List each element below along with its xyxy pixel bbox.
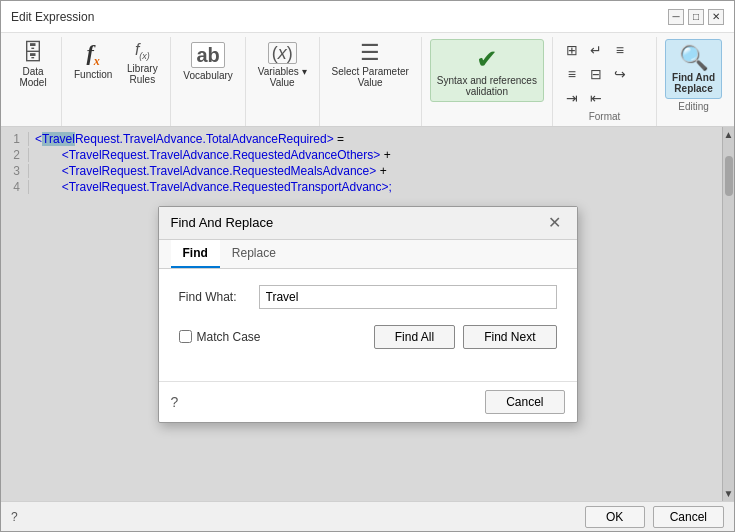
cancel-button[interactable]: Cancel [485,390,564,414]
window-title: Edit Expression [11,10,94,24]
close-button[interactable]: ✕ [708,9,724,25]
format-small-buttons: ⊞ ↵ ≡ ≡ ⊟ ↪ ⇥ ⇤ [561,39,648,109]
title-controls: ─ □ ✕ [668,9,724,25]
ribbon-group-find-replace: 🔍 Find AndReplace Editing [657,37,730,126]
format-btn-1[interactable]: ⊞ [561,39,583,61]
data-model-button[interactable]: 🗄 DataModel [13,39,53,91]
library-icon: f(x) [135,42,150,61]
ribbon-group-format: ⊞ ↵ ≡ ≡ ⊟ ↪ ⇥ ⇤ Format [553,37,657,126]
ribbon-group-find-replace-content: 🔍 Find AndReplace [665,39,722,99]
variables-button[interactable]: (x) Variables ▾Value [254,39,311,91]
dialog-tabs: Find Replace [159,240,577,269]
match-case-checkbox[interactable] [179,330,192,343]
dialog-title-bar: Find And Replace ✕ [159,207,577,240]
find-what-label: Find What: [179,290,259,304]
dialog-options: Match Case Find All Find Next [179,325,557,349]
format-btn-8[interactable]: ⇤ [585,87,607,109]
ribbon-group-function-content: fx Function f(x) LibraryRules [70,39,162,88]
code-container: 1 <TravelRequest.TravelAdvance.TotalAdva… [1,127,734,501]
ribbon-group-format-content: ⊞ ↵ ≡ ≡ ⊟ ↪ ⇥ ⇤ [561,39,648,109]
find-what-input[interactable] [259,285,557,309]
format-btn-6[interactable]: ↪ [609,63,631,85]
vocabulary-icon: ab [191,42,224,68]
main-window: Edit Expression ─ □ ✕ 🗄 DataModel [0,0,735,532]
title-bar: Edit Expression ─ □ ✕ [1,1,734,33]
dialog-buttons: Find All Find Next [374,325,557,349]
format-group-label: Format [589,111,621,124]
vocabulary-button[interactable]: ab Vocabulary [179,39,236,84]
modal-overlay: Find And Replace ✕ Find Replace Find Wha… [1,127,734,501]
find-replace-button[interactable]: 🔍 Find AndReplace [665,39,722,99]
dialog-tab-replace[interactable]: Replace [220,240,288,268]
find-replace-dialog: Find And Replace ✕ Find Replace Find Wha… [158,206,578,423]
format-btn-5[interactable]: ⊟ [585,63,607,85]
dialog-help-icon[interactable]: ? [171,394,179,410]
dialog-close-button[interactable]: ✕ [544,215,565,231]
format-btn-2[interactable]: ↵ [585,39,607,61]
status-cancel-button[interactable]: Cancel [653,506,724,528]
database-icon: 🗄 [22,42,44,64]
variables-icon: (x) [268,42,297,64]
status-help-icon[interactable]: ? [11,510,18,524]
ribbon-group-select-param: ☰ Select ParameterValue [320,37,422,126]
find-replace-icon: 🔍 [679,44,709,72]
editing-group-label: Editing [678,101,709,114]
ribbon-group-select-param-content: ☰ Select ParameterValue [328,39,413,91]
ribbon-group-variables-content: (x) Variables ▾Value [254,39,311,91]
format-btn-4[interactable]: ≡ [561,63,583,85]
select-parameter-button[interactable]: ☰ Select ParameterValue [328,39,413,91]
function-icon: fx [87,42,100,67]
ribbon-items: 🗄 DataModel fx Function f(x) LibraryRule… [1,37,734,126]
find-field: Find What: [179,285,557,309]
dialog-footer: ? Cancel [159,381,577,422]
ribbon-group-syntax-content: ✔ Syntax and referencesvalidation [430,39,544,102]
syntax-validation-button[interactable]: ✔ Syntax and referencesvalidation [430,39,544,102]
format-btn-7[interactable]: ⇥ [561,87,583,109]
find-next-button[interactable]: Find Next [463,325,556,349]
dialog-tab-find[interactable]: Find [171,240,220,268]
select-param-icon: ☰ [360,42,380,64]
match-case-text: Match Case [197,330,261,344]
ribbon-group-vocabulary-content: ab Vocabulary [179,39,236,84]
ok-button[interactable]: OK [585,506,645,528]
ribbon-group-syntax: ✔ Syntax and referencesvalidation [422,37,553,126]
dialog-title-text: Find And Replace [171,215,274,230]
ribbon-group-variables: (x) Variables ▾Value [246,37,320,126]
library-rules-button[interactable]: f(x) LibraryRules [122,39,162,88]
status-bar: ? OK Cancel [1,501,734,531]
ribbon-group-data-model-content: 🗄 DataModel [13,39,53,91]
format-btn-3[interactable]: ≡ [609,39,631,61]
match-case-label[interactable]: Match Case [179,330,261,344]
dialog-body: Find What: Match Case Find All Find Next [159,269,577,381]
ribbon-group-data-model: 🗄 DataModel [5,37,62,126]
minimize-button[interactable]: ─ [668,9,684,25]
ribbon-group-function: fx Function f(x) LibraryRules [62,37,171,126]
find-all-button[interactable]: Find All [374,325,455,349]
function-button[interactable]: fx Function [70,39,116,83]
ribbon: 🗄 DataModel fx Function f(x) LibraryRule… [1,33,734,127]
checkmark-icon: ✔ [476,44,498,75]
ribbon-group-vocabulary: ab Vocabulary [171,37,245,126]
maximize-button[interactable]: □ [688,9,704,25]
